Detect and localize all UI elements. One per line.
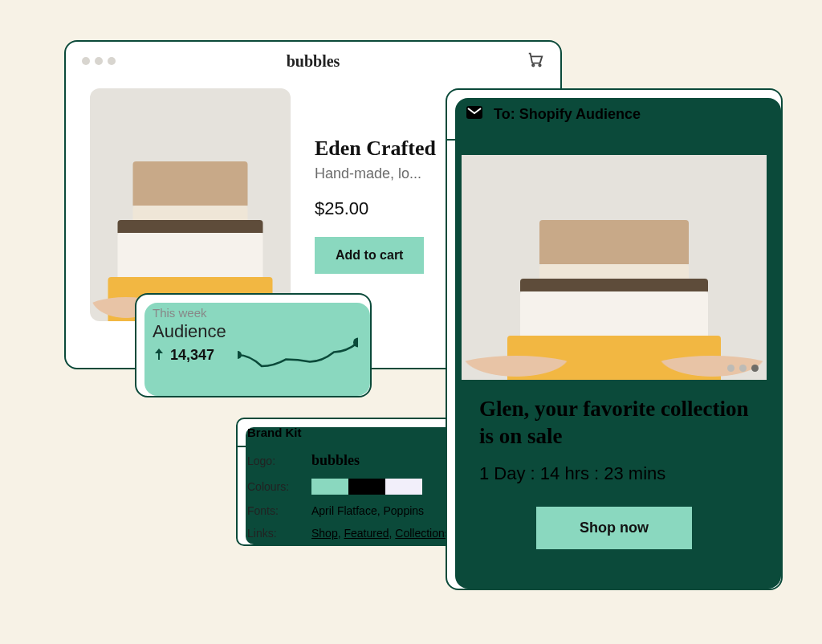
window-dot [95,57,103,65]
brandkit-fonts-key: Fonts: [238,499,302,522]
brandkit-logo-key: Logo: [238,447,302,474]
brandkit-links: Shop, Featured, Collections [302,522,467,544]
email-headline: Glen, your favorite collection is on sal… [479,396,749,450]
brandkit-links-key: Links: [238,522,302,544]
trend-up-icon [153,348,165,364]
carousel-dot[interactable] [751,365,759,372]
email-header: To: Shopify Audience [447,90,781,141]
email-countdown-timer: 1 Day : 14 hrs : 23 mins [479,463,749,484]
colour-swatch [348,479,385,495]
audience-value: 14,347 [170,347,214,364]
brandkit-colours-key: Colours: [238,474,302,499]
colour-swatch [385,479,422,495]
mail-icon [465,103,484,126]
add-to-cart-button[interactable]: Add to cart [315,237,424,274]
email-to-label: To: [494,106,515,122]
audience-sparkline [238,327,358,383]
browser-top-bar: bubbles [66,42,560,80]
brand-kit-title: Brand Kit [238,419,467,447]
window-dot [108,57,116,65]
brand-kit-card: Brand Kit Logo: bubbles Colours: Fonts: … [236,418,469,546]
email-preview-card: To: Shopify Audience Glen, your favorite… [446,88,783,590]
store-brand-name: bubbles [287,52,340,71]
audience-metric-card: This week Audience 14,347 [135,293,372,397]
svg-point-2 [238,351,242,359]
brandkit-row-fonts: Fonts: April Flatface, Poppins [238,499,467,522]
colour-swatch [311,479,348,495]
carousel-dots[interactable] [727,365,759,372]
brandkit-row-links: Links: Shop, Featured, Collections [238,522,467,544]
brandkit-row-logo: Logo: bubbles [238,447,467,474]
carousel-dot[interactable] [727,365,735,372]
svg-point-0 [532,64,534,66]
svg-point-1 [539,64,540,66]
window-dot [82,57,90,65]
cart-icon[interactable] [527,51,544,71]
audience-subheading: This week [153,306,354,320]
shop-now-button[interactable]: Shop now [536,507,692,549]
brandkit-row-colours: Colours: [238,474,467,499]
email-to-value: Shopify Audience [519,106,641,122]
brandkit-link[interactable]: Shop [311,527,338,540]
brandkit-link[interactable]: Collections [395,527,450,540]
window-dots [82,57,116,65]
brandkit-logo-value: bubbles [311,452,360,468]
product-image [90,88,291,321]
email-hero-image [462,155,767,380]
brandkit-fonts-value: April Flatface, Poppins [302,499,467,522]
brandkit-link[interactable]: Featured [344,527,389,540]
carousel-dot[interactable] [739,365,747,372]
brandkit-swatches [311,479,458,495]
